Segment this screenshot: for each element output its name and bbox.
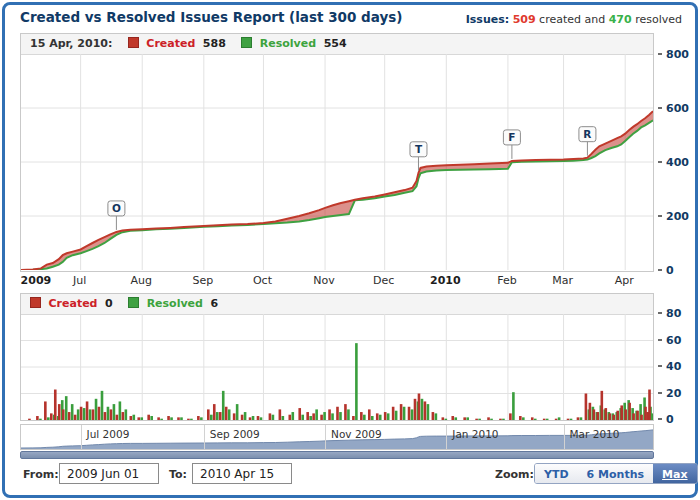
resolved-bar xyxy=(363,415,366,420)
created-bar xyxy=(28,419,31,420)
flag-marker-f[interactable]: F xyxy=(503,130,520,159)
resolved-bar xyxy=(272,415,275,420)
created-bar xyxy=(620,405,623,420)
resolved-bar xyxy=(315,409,318,420)
created-bar xyxy=(312,413,315,420)
created-bar xyxy=(62,409,65,420)
created-bar xyxy=(463,417,466,420)
zoom-ytd-button[interactable]: YTD xyxy=(535,464,578,483)
created-legend-value: 0 xyxy=(105,297,113,310)
navigator-separator xyxy=(564,425,565,449)
resolved-bar xyxy=(371,416,374,420)
resolved-bar xyxy=(113,404,116,420)
resolved-bar xyxy=(95,399,98,420)
resolved-bar xyxy=(379,415,382,420)
created-swatch-icon xyxy=(128,37,139,48)
daily-bar-chart-svg[interactable] xyxy=(21,314,653,420)
daily-chart-legend: Created 0 Resolved 6 xyxy=(21,294,653,315)
y-tick-800: 800 xyxy=(658,48,689,61)
created-bar xyxy=(384,412,387,420)
created-bar xyxy=(475,419,478,420)
navigator-separator xyxy=(446,425,447,449)
y-tick-200: 200 xyxy=(658,210,689,223)
created-bar xyxy=(451,416,454,420)
daily-bar-chart-plot[interactable] xyxy=(21,314,653,420)
created-bar xyxy=(612,415,615,420)
y-tick-400: 400 xyxy=(658,156,689,169)
resolved-legend-label[interactable]: Resolved xyxy=(147,297,203,310)
resolved-bar xyxy=(200,417,203,420)
resolved-bar xyxy=(140,417,143,420)
resolved-legend-value: 6 xyxy=(210,297,218,310)
created-bar xyxy=(219,412,222,420)
resolved-legend-label[interactable]: Resolved xyxy=(260,37,316,50)
from-date-input[interactable] xyxy=(59,463,159,484)
created-bar xyxy=(157,417,160,420)
resolved-bar xyxy=(339,412,342,420)
zoom-max-button[interactable]: Max xyxy=(653,464,696,483)
created-bar xyxy=(418,394,421,421)
created-bar xyxy=(352,416,355,420)
created-bar xyxy=(400,404,403,420)
resolved-bar xyxy=(387,413,390,420)
resolved-bar xyxy=(522,417,525,420)
x-tick-nov: Nov xyxy=(313,274,334,287)
y-tick-20: 20 xyxy=(658,387,681,400)
created-legend-label[interactable]: Created xyxy=(49,297,98,310)
page-title: Created vs Resolved Issues Report (last … xyxy=(20,9,402,25)
created-bar xyxy=(233,413,236,420)
created-bar xyxy=(608,413,611,420)
cumulative-x-axis: 2009JulAugSepOctNovDec2010FebMarApr xyxy=(20,274,654,289)
created-bar xyxy=(344,404,347,420)
navigator-label-sep-2009: Sep 2009 xyxy=(210,428,260,440)
created-bar xyxy=(604,408,607,420)
created-bar xyxy=(487,417,490,420)
navigator-label-jan-2010: Jan 2010 xyxy=(452,428,498,440)
resolved-bar xyxy=(558,417,561,420)
resolved-bar xyxy=(466,417,469,420)
x-tick-apr: Apr xyxy=(615,274,634,287)
created-bar xyxy=(392,407,395,420)
resolved-bar xyxy=(89,409,92,420)
resolved-bar xyxy=(132,415,135,420)
created-bar xyxy=(567,419,570,420)
to-date-input[interactable] xyxy=(192,463,292,484)
resolved-bar xyxy=(125,409,128,420)
timeline-navigator[interactable]: Jul 2009Sep 2009Nov 2009Jan 2010Mar 2010 xyxy=(20,424,654,450)
issues-resolved-count: 470 xyxy=(609,13,632,26)
resolved-bar xyxy=(323,412,326,420)
resolved-legend-value: 554 xyxy=(324,37,347,50)
resolved-bar xyxy=(651,413,653,420)
created-bar xyxy=(298,408,301,420)
resolved-bar xyxy=(445,419,448,420)
created-bar xyxy=(589,403,592,420)
flag-marker-o[interactable]: O xyxy=(108,201,125,230)
created-bar xyxy=(225,407,228,420)
created-bar xyxy=(269,413,272,420)
created-bar xyxy=(54,390,57,420)
navigator-scrollbar[interactable] xyxy=(20,451,654,459)
created-swatch-icon xyxy=(30,297,41,308)
created-bar xyxy=(58,404,61,420)
created-bar xyxy=(129,416,132,420)
created-bar xyxy=(104,412,107,420)
zoom-6months-button[interactable]: 6 Months xyxy=(578,464,653,483)
created-bar xyxy=(68,412,71,420)
resolved-bar xyxy=(435,413,438,420)
created-bar xyxy=(44,401,47,420)
created-legend-label[interactable]: Created xyxy=(146,37,195,50)
issues-summary: Issues: 509 created and 470 resolved xyxy=(466,13,682,26)
cumulative-chart-plot[interactable]: OTFR xyxy=(21,54,653,271)
cumulative-chart-svg[interactable]: OTFR xyxy=(21,54,653,270)
resolved-bar xyxy=(190,419,193,420)
created-bar xyxy=(414,399,417,420)
resolved-bar xyxy=(395,411,398,420)
x-tick-feb: Feb xyxy=(497,274,516,287)
y-tick-0: 0 xyxy=(658,264,674,277)
created-bar xyxy=(624,409,627,420)
resolved-bar xyxy=(512,392,515,420)
created-bar xyxy=(368,409,371,420)
resolved-bar xyxy=(411,409,414,420)
created-legend-value: 588 xyxy=(203,37,226,50)
created-bar xyxy=(601,391,604,420)
